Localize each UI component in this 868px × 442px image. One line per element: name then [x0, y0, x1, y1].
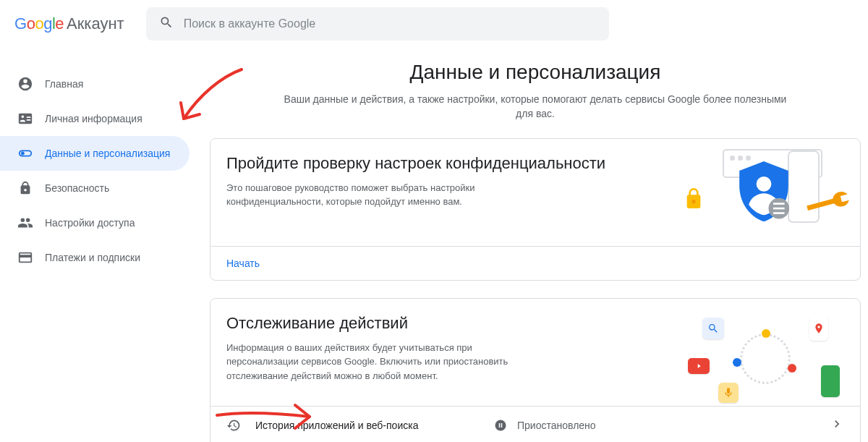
shield-icon — [736, 159, 792, 229]
sidebar-item-label: Главная — [45, 78, 83, 90]
sidebar: Главная Личная информация Данные и персо… — [0, 48, 203, 442]
svg-point-1 — [692, 200, 695, 203]
people-icon — [17, 215, 33, 231]
svg-point-2 — [757, 177, 772, 192]
google-logo: Google — [14, 14, 64, 33]
sidebar-item-security[interactable]: Безопасность — [0, 171, 190, 205]
svg-rect-4 — [773, 203, 785, 205]
header-account-label: Аккаунт — [67, 14, 124, 33]
id-card-icon — [17, 111, 33, 127]
credit-card-icon — [17, 250, 33, 265]
activity-illustration — [685, 313, 844, 393]
sidebar-item-home[interactable]: Главная — [0, 67, 190, 101]
sidebar-item-label: Безопасность — [45, 182, 109, 194]
activity-row-web[interactable]: История приложений и веб-поиска Приостан… — [210, 406, 860, 442]
privacy-start-button[interactable]: Начать — [226, 258, 260, 269]
sidebar-item-sharing[interactable]: Настройки доступа — [0, 205, 190, 240]
pause-icon — [494, 419, 510, 432]
padlock-icon — [682, 185, 705, 217]
search-icon — [159, 15, 174, 33]
privacy-illustration — [685, 153, 844, 233]
activity-row-label: История приложений и веб-поиска — [255, 420, 494, 431]
sidebar-item-payments[interactable]: Платежи и подписки — [0, 240, 190, 275]
svg-point-0 — [21, 152, 24, 155]
page-subtitle: Ваши данные и действия, а также настройк… — [282, 93, 788, 121]
svg-rect-8 — [499, 423, 501, 428]
sidebar-item-label: Платежи и подписки — [45, 252, 140, 263]
activity-card-desc: Информация о ваших действиях будет учиты… — [226, 341, 530, 383]
microphone-icon — [718, 383, 739, 403]
search-input[interactable] — [184, 17, 596, 30]
svg-rect-5 — [773, 208, 785, 210]
sidebar-item-label: Личная информация — [45, 113, 142, 124]
main-content: Данные и персонализация Ваши данные и де… — [203, 48, 868, 442]
svg-rect-9 — [501, 423, 503, 428]
privacy-card-desc: Это пошаговое руководство поможет выбрат… — [226, 181, 530, 209]
sidebar-item-data[interactable]: Данные и персонализация — [0, 136, 190, 171]
sidebar-item-personal[interactable]: Личная информация — [0, 101, 190, 136]
history-icon — [226, 418, 242, 433]
user-circle-icon — [17, 76, 33, 92]
svg-point-7 — [495, 420, 506, 430]
activity-card-title: Отслеживание действий — [226, 313, 663, 333]
privacy-card-title: Пройдите проверку настроек конфиденциаль… — [226, 153, 663, 174]
magnifier-icon — [702, 318, 724, 339]
sidebar-item-label: Настройки доступа — [45, 217, 135, 229]
map-pin-icon — [809, 316, 828, 341]
activity-row-status: Приостановлено — [517, 420, 830, 431]
chevron-right-icon — [830, 417, 844, 433]
sidebar-item-label: Данные и персонализация — [45, 148, 170, 159]
activity-card: Отслеживание действий Информация о ваших… — [210, 298, 861, 442]
header: Google Аккаунт — [0, 0, 868, 48]
youtube-icon — [688, 358, 710, 374]
phone-icon — [821, 365, 840, 397]
privacy-check-card: Пройдите проверку настроек конфиденциаль… — [210, 138, 861, 281]
page-title: Данные и персонализация — [210, 61, 861, 84]
svg-rect-6 — [773, 212, 785, 214]
search-box[interactable] — [146, 7, 609, 41]
lock-icon — [17, 180, 33, 196]
toggle-icon — [17, 145, 33, 161]
logo[interactable]: Google Аккаунт — [14, 14, 124, 33]
